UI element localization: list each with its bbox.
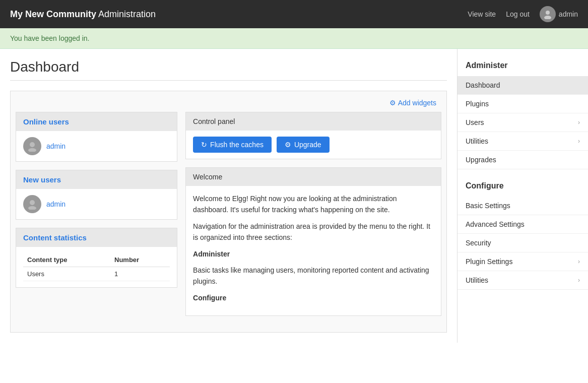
sidebar-item-advanced-settings[interactable]: Advanced Settings xyxy=(458,215,588,234)
sidebar-item-configure-utilities[interactable]: Utilities › xyxy=(458,271,588,290)
welcome-body: Welcome to Elgg! Right now you are looki… xyxy=(186,186,441,315)
configure-section-title: Configure xyxy=(458,177,588,197)
control-panel-header: Control panel xyxy=(186,112,441,131)
table-row: Users 1 xyxy=(23,267,170,281)
sidebar-item-upgrades[interactable]: Upgrades xyxy=(458,151,588,169)
sidebar-item-users[interactable]: Users › xyxy=(458,113,588,132)
administer-section-title: Administer xyxy=(458,57,588,76)
welcome-configure-section: Configure xyxy=(193,292,434,303)
svg-point-1 xyxy=(544,16,551,19)
row-type: Users xyxy=(23,267,110,281)
view-site-link[interactable]: View site xyxy=(468,10,496,18)
welcome-administer-section: Administer xyxy=(193,248,434,260)
col-header-number: Number xyxy=(110,253,170,267)
welcome-nav-text: Navigation for the administration area i… xyxy=(193,221,434,243)
online-users-header: Online users xyxy=(16,112,177,131)
online-user-avatar-icon xyxy=(23,137,41,155)
add-widgets-bar: ⚙ Add widgets xyxy=(16,96,441,112)
chevron-right-icon: › xyxy=(578,258,580,265)
new-users-body: admin xyxy=(16,189,177,219)
stats-table: Content type Number Users 1 xyxy=(23,253,170,281)
welcome-administer-desc: Basic tasks like managing users, monitor… xyxy=(193,265,434,287)
right-column: Control panel ↻ Flush the caches ⚙ Upgra… xyxy=(185,112,441,316)
content-statistics-body: Content type Number Users 1 xyxy=(16,247,177,287)
sidebar-item-plugin-settings[interactable]: Plugin Settings › xyxy=(458,252,588,271)
control-panel-title: Control panel xyxy=(193,117,235,125)
sidebar-item-dashboard[interactable]: Dashboard xyxy=(458,76,588,95)
upgrade-button[interactable]: ⚙ Upgrade xyxy=(277,137,330,153)
notification-bar: You have been logged in. xyxy=(0,28,588,49)
dashboard-columns: Online users admin xyxy=(16,112,441,316)
online-users-widget: Online users admin xyxy=(16,112,177,162)
new-user-avatar-icon xyxy=(23,195,41,213)
gear-icon: ⚙ xyxy=(389,99,396,107)
main-container: Dashboard ⚙ Add widgets Online users xyxy=(0,49,588,343)
upgrade-icon: ⚙ xyxy=(285,141,291,149)
header: My New Community Administration View sit… xyxy=(0,0,588,28)
control-panel-widget: Control panel ↻ Flush the caches ⚙ Upgra… xyxy=(185,112,441,159)
new-users-widget: New users admin xyxy=(16,170,177,220)
online-users-title[interactable]: Online users xyxy=(23,117,69,126)
admin-username: admin xyxy=(559,10,578,18)
welcome-intro: Welcome to Elgg! Right now you are looki… xyxy=(193,193,434,216)
new-users-header: New users xyxy=(16,170,177,189)
welcome-widget: Welcome Welcome to Elgg! Right now you a… xyxy=(185,167,441,316)
row-count: 1 xyxy=(110,267,170,281)
content-area: Dashboard ⚙ Add widgets Online users xyxy=(0,49,457,343)
svg-point-3 xyxy=(28,148,36,152)
content-statistics-header: Content statistics xyxy=(16,228,177,247)
header-nav: View site Log out admin xyxy=(468,6,578,22)
site-name-light: Administration xyxy=(96,9,156,19)
new-user-row: admin xyxy=(23,195,170,213)
page-title: Dashboard xyxy=(10,59,447,81)
flush-icon: ↻ xyxy=(201,141,207,149)
admin-avatar-icon xyxy=(540,6,556,22)
sidebar-item-utilities[interactable]: Utilities › xyxy=(458,132,588,151)
svg-point-0 xyxy=(546,11,550,15)
administer-label: Administer xyxy=(193,250,230,258)
site-title: My New Community Administration xyxy=(10,9,468,20)
left-column: Online users admin xyxy=(16,112,177,316)
sidebar-item-plugins[interactable]: Plugins xyxy=(458,95,588,113)
content-statistics-widget: Content statistics Content type Number xyxy=(16,228,177,288)
welcome-header: Welcome xyxy=(186,168,441,186)
content-statistics-title[interactable]: Content statistics xyxy=(23,233,87,242)
welcome-title: Welcome xyxy=(193,173,222,181)
configure-label: Configure xyxy=(193,294,226,302)
svg-point-2 xyxy=(30,142,35,147)
notification-message: You have been logged in. xyxy=(10,34,90,42)
chevron-right-icon: › xyxy=(578,119,580,126)
new-users-title[interactable]: New users xyxy=(23,175,61,184)
new-user-name[interactable]: admin xyxy=(46,200,66,208)
chevron-right-icon: › xyxy=(578,138,580,145)
sidebar: Administer Dashboard Plugins Users › Uti… xyxy=(457,49,588,343)
online-user-name[interactable]: admin xyxy=(46,142,66,150)
sidebar-divider xyxy=(458,169,588,177)
site-name-bold: My New Community xyxy=(10,9,96,19)
svg-point-5 xyxy=(28,206,36,210)
online-user-row: admin xyxy=(23,137,170,155)
control-panel-buttons: ↻ Flush the caches ⚙ Upgrade xyxy=(186,131,441,159)
svg-point-4 xyxy=(30,200,35,205)
flush-caches-button[interactable]: ↻ Flush the caches xyxy=(193,137,272,153)
sidebar-item-basic-settings[interactable]: Basic Settings xyxy=(458,197,588,215)
chevron-right-icon: › xyxy=(578,277,580,284)
add-widgets-link[interactable]: ⚙ Add widgets xyxy=(389,99,436,107)
dashboard-grid: ⚙ Add widgets Online users xyxy=(10,91,447,333)
admin-user: admin xyxy=(540,6,578,22)
col-header-type: Content type xyxy=(23,253,110,267)
sidebar-item-security[interactable]: Security xyxy=(458,234,588,252)
online-users-body: admin xyxy=(16,131,177,161)
log-out-link[interactable]: Log out xyxy=(506,10,530,18)
